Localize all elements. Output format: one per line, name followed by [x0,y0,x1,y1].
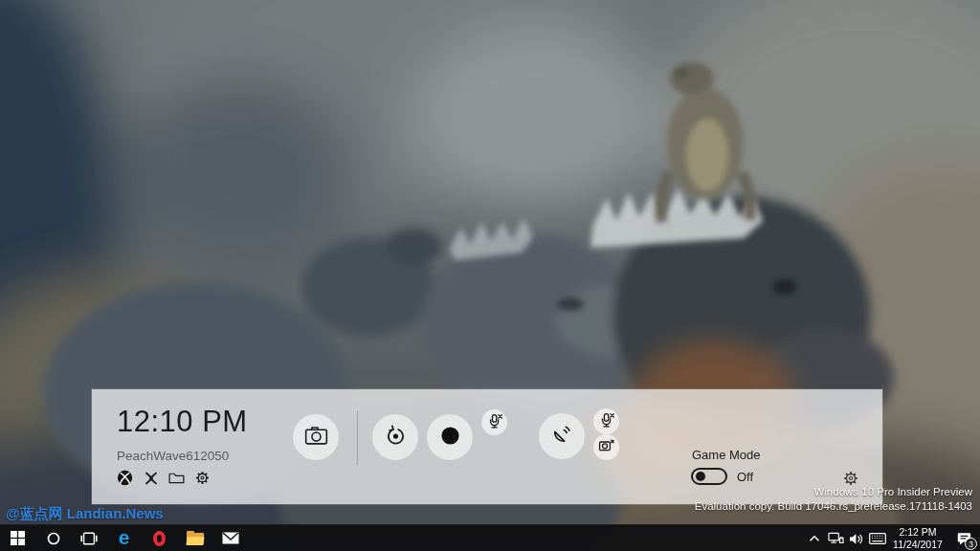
screenshot-button[interactable] [293,414,339,460]
game-bar-divider [357,410,358,465]
file-explorer-icon [187,532,204,545]
cortana-button[interactable] [35,525,71,551]
broadcast-icon [550,423,573,450]
system-tray: 2:12 PM 11/24/2017 3 [804,525,980,551]
cortana-circle-icon [47,532,60,545]
toggle-knob [696,472,705,481]
file-explorer-button[interactable] [177,525,212,551]
record-that-icon [384,424,408,452]
volume-tray-button[interactable] [846,525,867,551]
broadcast-camera-off-button[interactable] [593,434,619,460]
folder-icon[interactable] [168,470,185,486]
taskbar-left: e [0,525,248,551]
watermark-text: @蓝点网 Landian.News [6,505,164,523]
game-bar-quick-links [117,470,211,486]
mic-muted-icon [486,412,503,433]
mic-muted-button[interactable] [481,409,507,435]
network-tray-button[interactable] [825,525,846,551]
network-icon [828,532,844,545]
opera-button[interactable] [142,525,177,551]
mixer-logo-icon[interactable] [143,470,159,486]
camera-icon [304,425,328,450]
broadcast-mic-muted-button[interactable] [593,408,619,434]
gamertag: PeachWave612050 [117,449,229,463]
start-broadcast-button[interactable] [539,413,585,459]
game-mode-toggle[interactable] [691,468,727,485]
record-dot-icon [438,424,462,452]
volume-icon [849,533,864,545]
start-button[interactable] [0,525,35,551]
winver-line1: Windows 10 Pro Insider Preview [695,485,972,498]
task-view-button[interactable] [71,525,106,551]
touch-keyboard-icon [869,533,886,544]
opera-icon [153,531,166,546]
game-bar-clock: 12:10 PM [117,405,248,439]
mail-icon [222,532,239,544]
chevron-up-icon [809,535,820,542]
game-mode-state: Off [737,470,753,484]
gear-icon[interactable] [194,470,211,486]
winver-line2: Evaluation copy. Build 17046.rs_prerelea… [695,499,972,513]
task-view-icon [80,532,98,545]
action-center-button[interactable]: 3 [947,525,980,551]
touch-keyboard-button[interactable] [867,525,888,551]
notification-badge: 3 [965,538,977,550]
game-mode-label: Game Mode [692,448,761,462]
edge-button[interactable]: e [106,525,142,551]
winver-watermark: Windows 10 Pro Insider Preview Evaluatio… [695,485,972,513]
desktop: @蓝点网 Landian.News 12:10 PM PeachWave6120… [0,0,980,551]
tray-clock[interactable]: 2:12 PM 11/24/2017 [888,525,947,551]
mic-muted-icon [598,411,615,432]
camera-off-icon [598,437,615,458]
xbox-logo-icon[interactable] [117,470,133,486]
record-last-button[interactable] [372,414,418,460]
tray-date: 11/24/2017 [893,539,943,551]
mail-button[interactable] [212,525,248,551]
tray-time: 2:12 PM [899,526,936,539]
windows-logo-icon [11,531,25,545]
edge-icon: e [119,527,130,547]
hidden-icons-chevron[interactable] [804,525,825,551]
taskbar: e [0,524,980,551]
start-recording-button[interactable] [427,414,473,460]
